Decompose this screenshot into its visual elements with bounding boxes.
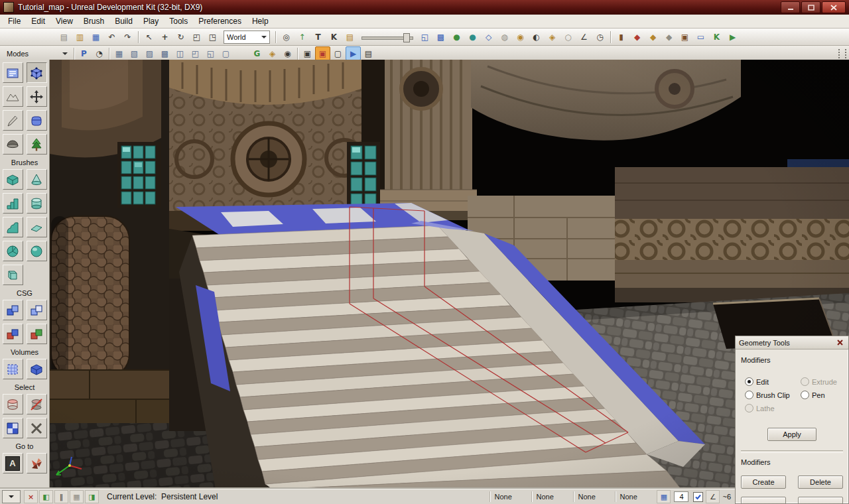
- viewport-front-icon[interactable]: ▧: [127, 46, 142, 60]
- viewport-quad-icon[interactable]: ◱: [203, 46, 218, 60]
- geometry-tools-titlebar[interactable]: Geometry Tools: [736, 336, 848, 349]
- undo-icon[interactable]: ↶: [104, 30, 119, 44]
- drag-grid-snap-icon[interactable]: ▦: [657, 490, 671, 503]
- partial-button-right[interactable]: [798, 497, 843, 504]
- radio-pen[interactable]: Pen: [801, 391, 846, 399]
- autosave-icon[interactable]: ◷: [592, 30, 608, 44]
- kismet-debug-icon[interactable]: K: [709, 30, 724, 44]
- bsp-view-icon[interactable]: ▢: [330, 46, 346, 60]
- menu-help[interactable]: Help: [247, 15, 274, 27]
- perspective-viewport[interactable]: [50, 60, 849, 489]
- realtime-preview-icon[interactable]: ◱: [417, 30, 432, 44]
- menu-edit[interactable]: Edit: [26, 15, 50, 27]
- shader-complexity-icon[interactable]: ◉: [513, 30, 528, 44]
- panel-close-button[interactable]: [834, 338, 845, 347]
- foliage-mode-button[interactable]: [27, 134, 47, 155]
- texture-density-icon[interactable]: ◍: [497, 30, 512, 44]
- build-all-icon[interactable]: ▣: [677, 30, 692, 44]
- goto-builder-icon[interactable]: G: [249, 46, 265, 60]
- editor-settings-icon[interactable]: ○: [560, 30, 576, 44]
- radio-brush-clip[interactable]: Brush Clip: [745, 391, 801, 399]
- camera-speed-slider[interactable]: [361, 31, 413, 43]
- open-level-icon[interactable]: ▥: [72, 30, 88, 44]
- geometry-mode-button[interactable]: [27, 62, 47, 83]
- grid-snap-checkbox[interactable]: [693, 492, 703, 502]
- status-field-3[interactable]: None: [573, 491, 615, 502]
- close-button[interactable]: [822, 1, 846, 13]
- volumetric-brush-button[interactable]: [3, 265, 23, 285]
- scale-tool-icon[interactable]: ◰: [189, 30, 204, 44]
- cylinder-brush-button[interactable]: [27, 193, 47, 214]
- radio-extrude[interactable]: Extrude: [801, 377, 846, 386]
- sphere-brush-button[interactable]: [27, 241, 47, 261]
- grid-size-value[interactable]: 4: [674, 491, 688, 502]
- static-mesh-mode-button[interactable]: [27, 110, 47, 131]
- angle-snap-icon[interactable]: ∠: [706, 490, 720, 503]
- select-none-button[interactable]: [27, 418, 47, 438]
- show-flags-icon[interactable]: ◉: [280, 46, 295, 60]
- measure-tool-icon[interactable]: ∠: [576, 30, 592, 44]
- geometry-tools-panel[interactable]: Geometry Tools Modifiers Edit Extrude Br…: [735, 336, 849, 504]
- rotate-tool-icon[interactable]: ↻: [173, 30, 188, 44]
- save-level-icon[interactable]: ▦: [88, 30, 103, 44]
- goto-actor-button[interactable]: A: [3, 453, 23, 473]
- translate-tool-icon[interactable]: +: [157, 30, 172, 44]
- viewport-top-icon[interactable]: ▦: [111, 46, 127, 60]
- translucent-selection-icon[interactable]: ▩: [433, 30, 448, 44]
- csg-deintersect-button[interactable]: [27, 324, 47, 344]
- spiral-stairs-brush-button[interactable]: [3, 241, 23, 261]
- camera-icon[interactable]: ▣: [300, 46, 315, 60]
- select-show-button[interactable]: [3, 394, 23, 414]
- lit-mode-icon[interactable]: ●: [449, 30, 464, 44]
- camera-mode-button[interactable]: [3, 62, 23, 83]
- volume-cube-button[interactable]: [27, 359, 47, 379]
- texture-pan-mode-button[interactable]: [27, 86, 47, 107]
- modes-dropdown[interactable]: Modes: [3, 47, 72, 60]
- play-on-pc-icon[interactable]: ▭: [693, 30, 708, 44]
- sheet-brush-button[interactable]: [27, 217, 47, 237]
- viewport-perspective-icon[interactable]: ▩: [157, 46, 172, 60]
- menu-tools[interactable]: Tools: [164, 15, 193, 27]
- texture-align-mode-button[interactable]: [3, 134, 23, 155]
- build-cover-icon[interactable]: ◆: [661, 30, 677, 44]
- menu-preferences[interactable]: Preferences: [193, 15, 247, 27]
- play-in-editor-icon[interactable]: ▶: [725, 30, 740, 44]
- build-lighting-icon[interactable]: ◆: [629, 30, 645, 44]
- menu-play[interactable]: Play: [138, 15, 164, 27]
- edit-camera-icon[interactable]: ▤: [361, 46, 376, 60]
- stairs-brush-button[interactable]: [3, 193, 23, 214]
- viewport-scene[interactable]: [50, 60, 849, 489]
- new-level-icon[interactable]: ▤: [56, 30, 72, 44]
- select-invert-button[interactable]: [3, 418, 23, 438]
- csg-subtract-button[interactable]: [27, 300, 47, 320]
- highlight-brush-icon[interactable]: ▣: [315, 46, 330, 60]
- search-icon[interactable]: ◎: [279, 30, 294, 44]
- volume-sheet-button[interactable]: [3, 359, 23, 379]
- delete-button[interactable]: Delete: [798, 475, 843, 489]
- goto-actor-icon[interactable]: ↑: [294, 30, 310, 44]
- post-process-icon[interactable]: P: [76, 46, 92, 60]
- autosave-status-icon[interactable]: ◨: [85, 490, 99, 503]
- detail-mode-icon[interactable]: ◈: [545, 30, 560, 44]
- scale-grid-icon[interactable]: ▦: [70, 490, 84, 503]
- mesh-paint-mode-button[interactable]: [3, 110, 23, 131]
- goto-builder-brush-button[interactable]: [27, 453, 47, 473]
- menu-view[interactable]: View: [50, 15, 78, 27]
- status-field-2[interactable]: None: [531, 491, 573, 502]
- lock-selection-icon[interactable]: ◈: [265, 46, 280, 60]
- unreal-frontend-icon[interactable]: ▤: [342, 30, 358, 44]
- radio-lathe[interactable]: Lathe: [745, 404, 801, 412]
- build-errors-icon[interactable]: ×: [24, 490, 38, 503]
- menu-brush[interactable]: Brush: [78, 15, 109, 27]
- kismet-icon[interactable]: K: [326, 30, 342, 44]
- viewport-split-h-icon[interactable]: ◫: [172, 46, 188, 60]
- lighting-only-icon[interactable]: ◐: [529, 30, 544, 44]
- build-geometry-icon[interactable]: ▮: [614, 30, 629, 44]
- menu-file[interactable]: File: [3, 15, 26, 27]
- scale-nonuniform-tool-icon[interactable]: ◳: [205, 30, 220, 44]
- titlebar[interactable]: Tutorial_map - Unreal Development Kit (3…: [0, 0, 849, 15]
- slider-thumb[interactable]: [403, 33, 410, 42]
- viewport-side-icon[interactable]: ▨: [142, 46, 157, 60]
- csg-add-button[interactable]: [3, 300, 23, 320]
- menu-build[interactable]: Build: [109, 15, 138, 27]
